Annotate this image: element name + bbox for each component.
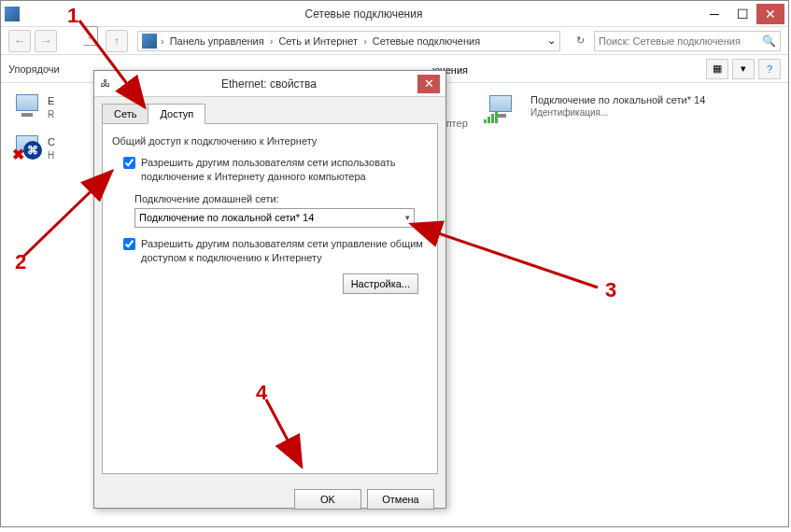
- bt-title: С: [48, 135, 55, 148]
- dropdown-value: Подключение по локальной сети* 14: [139, 212, 314, 223]
- allow-control-checkbox[interactable]: [123, 238, 135, 250]
- breadcrumb-control-panel[interactable]: Панель управления: [168, 35, 266, 47]
- properties-dialog: 🖧 Ethernet: свойства ✕ Сеть Доступ Общий…: [93, 70, 446, 509]
- bt-sub: Н: [48, 149, 55, 161]
- location-icon: [142, 34, 157, 49]
- view-dropdown[interactable]: ▾: [732, 59, 755, 79]
- lan-icon: [486, 93, 523, 123]
- lan-sub: Идентификация...: [530, 106, 705, 119]
- signal-icon: [484, 111, 498, 123]
- toolbar-organize[interactable]: Упорядочи: [8, 63, 60, 75]
- tab-network[interactable]: Сеть: [102, 104, 148, 124]
- ethernet-icon: [12, 92, 42, 122]
- search-box[interactable]: 🔍: [594, 31, 781, 51]
- eth-sub: R: [48, 108, 54, 120]
- breadcrumb-sep: ›: [159, 35, 166, 47]
- dialog-close-button[interactable]: ✕: [417, 75, 440, 93]
- view-button[interactable]: ▦: [706, 59, 728, 79]
- search-input[interactable]: [599, 35, 762, 47]
- dialog-title: Ethernet: свойства: [120, 77, 417, 91]
- home-network-label: Подключение домашней сети:: [134, 193, 428, 204]
- breadcrumb-dropdown-icon[interactable]: ⌄: [547, 35, 556, 47]
- forward-button[interactable]: →: [35, 30, 57, 52]
- breadcrumb-network-internet[interactable]: Сеть и Интернет: [276, 35, 360, 47]
- history-dropdown[interactable]: ⌄: [83, 26, 98, 46]
- address-bar[interactable]: › Панель управления › Сеть и Интернет › …: [137, 31, 560, 51]
- refresh-button[interactable]: ↻: [570, 31, 590, 51]
- eth-title: E: [48, 94, 54, 107]
- window-controls: ─ ☐ ✕: [700, 4, 784, 24]
- allow-sharing-checkbox[interactable]: [123, 157, 135, 169]
- window-title: Сетевые подключения: [27, 7, 700, 21]
- dialog-buttons: OK Отмена: [94, 482, 445, 517]
- ok-button[interactable]: OK: [294, 489, 361, 510]
- up-button[interactable]: ↑: [106, 30, 128, 52]
- maximize-button[interactable]: ☐: [728, 4, 756, 24]
- tab-strip: Сеть Доступ: [94, 97, 445, 123]
- navigation-bar: ← → ⌄ ↑ › Панель управления › Сеть и Инт…: [1, 27, 788, 55]
- tab-sharing[interactable]: Доступ: [148, 104, 205, 124]
- group-label: Общий доступ к подключению к Интернету: [112, 135, 428, 147]
- chevron-down-icon: ▾: [405, 213, 410, 222]
- close-button[interactable]: ✕: [756, 4, 784, 24]
- lan-title: Подключение по локальной сети* 14: [530, 93, 705, 106]
- allow-sharing-label[interactable]: Разрешить другим пользователям сети испо…: [141, 156, 428, 184]
- home-network-dropdown[interactable]: Подключение по локальной сети* 14 ▾: [134, 208, 415, 228]
- allow-control-label[interactable]: Разрешить другим пользователям сети упра…: [141, 237, 428, 265]
- allow-control-row: Разрешить другим пользователям сети упра…: [123, 237, 428, 265]
- allow-sharing-row: Разрешить другим пользователям сети испо…: [123, 156, 428, 184]
- adapter-icon: 🖧: [100, 77, 113, 91]
- settings-button[interactable]: Настройка...: [343, 273, 418, 294]
- dialog-titlebar: 🖧 Ethernet: свойства ✕: [94, 71, 445, 97]
- search-icon[interactable]: 🔍: [762, 35, 776, 48]
- bluetooth-icon: ⌘ ✖: [12, 133, 42, 163]
- connection-lan[interactable]: Подключение по локальной сети* 14 Иденти…: [486, 93, 705, 123]
- minimize-button[interactable]: ─: [700, 4, 728, 24]
- back-button[interactable]: ←: [8, 30, 31, 52]
- main-titlebar: Сетевые подключения ─ ☐ ✕: [1, 1, 788, 27]
- help-button[interactable]: ?: [758, 59, 781, 79]
- app-icon: [5, 7, 20, 21]
- cancel-button[interactable]: Отмена: [367, 489, 434, 510]
- breadcrumb-network-connections[interactable]: Сетевые подключения: [371, 35, 482, 47]
- tab-content: Общий доступ к подключению к Интернету Р…: [102, 123, 438, 474]
